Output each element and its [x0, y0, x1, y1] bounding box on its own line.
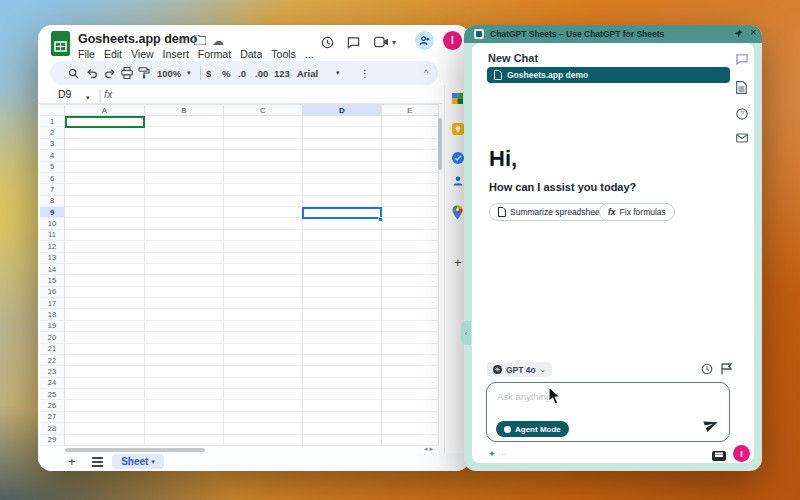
cell-d8[interactable]: [303, 196, 382, 207]
fix-formulas-button[interactable]: fx Fix formulas: [599, 203, 675, 221]
model-selector[interactable]: ✳ GPT 4o ⌄: [487, 362, 552, 377]
row-header-29[interactable]: 29: [40, 435, 65, 446]
cell-c2[interactable]: [224, 127, 303, 138]
cell-d4[interactable]: [303, 150, 382, 161]
cell-b12[interactable]: [145, 241, 224, 252]
cell-e21[interactable]: [382, 344, 439, 355]
menu-item-insert[interactable]: Insert: [163, 48, 189, 60]
row-header-9[interactable]: 9: [40, 207, 65, 218]
cell-c14[interactable]: [224, 264, 303, 275]
cell-c9[interactable]: [224, 207, 303, 218]
cell-d9[interactable]: [303, 207, 382, 218]
cell-a10[interactable]: [65, 218, 145, 229]
cell-b25[interactable]: [145, 389, 224, 400]
cell-c15[interactable]: [224, 275, 303, 286]
cell-d6[interactable]: [303, 173, 382, 184]
increase-decimal-button[interactable]: .00: [255, 65, 268, 81]
cell-c5[interactable]: [224, 162, 303, 173]
cell-a22[interactable]: [65, 355, 145, 366]
row-header-14[interactable]: 14: [40, 264, 65, 275]
comment-icon[interactable]: [347, 36, 360, 49]
currency-format-button[interactable]: $: [206, 65, 211, 81]
cell-e5[interactable]: [382, 162, 439, 173]
document-context-banner[interactable]: Gosheets.app demo: [487, 67, 730, 83]
cell-d25[interactable]: [303, 389, 382, 400]
summarize-spreadsheet-button[interactable]: Summarize spreadsheet: [489, 203, 611, 221]
cell-c28[interactable]: [224, 423, 303, 434]
decrease-decimal-button[interactable]: .0: [238, 65, 246, 81]
cell-b18[interactable]: [145, 309, 224, 320]
cell-c29[interactable]: [224, 435, 303, 446]
row-header-13[interactable]: 13: [40, 253, 65, 264]
cell-c10[interactable]: [224, 218, 303, 229]
number-format-button[interactable]: 123: [274, 65, 290, 81]
cell-e19[interactable]: [382, 321, 439, 332]
cell-a5[interactable]: [65, 162, 145, 173]
row-header-16[interactable]: 16: [40, 287, 65, 298]
cell-b23[interactable]: [145, 366, 224, 377]
column-header-e[interactable]: E: [382, 104, 439, 116]
cell-b5[interactable]: [145, 162, 224, 173]
all-sheets-icon[interactable]: [92, 457, 103, 467]
cell-b4[interactable]: [145, 150, 224, 161]
cell-d10[interactable]: [303, 218, 382, 229]
cell-e6[interactable]: [382, 173, 439, 184]
version-history-icon[interactable]: [321, 36, 334, 49]
menu-item-[interactable]: ...: [305, 48, 314, 60]
cell-b22[interactable]: [145, 355, 224, 366]
cell-d19[interactable]: [303, 321, 382, 332]
cell-a27[interactable]: [65, 412, 145, 423]
cell-d1[interactable]: [303, 116, 382, 127]
horizontal-scrollbar-thumb[interactable]: [65, 448, 205, 452]
cell-e8[interactable]: [382, 196, 439, 207]
meet-camera-icon[interactable]: [374, 36, 389, 48]
scroll-arrows[interactable]: ◂▸: [424, 445, 435, 453]
cell-e10[interactable]: [382, 218, 439, 229]
cell-b8[interactable]: [145, 196, 224, 207]
cell-b11[interactable]: [145, 230, 224, 241]
pin-icon[interactable]: [734, 29, 743, 38]
cell-e28[interactable]: [382, 423, 439, 434]
name-box[interactable]: D9: [58, 88, 71, 100]
cell-e22[interactable]: [382, 355, 439, 366]
cell-b26[interactable]: [145, 400, 224, 411]
cell-d18[interactable]: [303, 309, 382, 320]
cell-b10[interactable]: [145, 218, 224, 229]
gosheets-addon-icon[interactable]: [452, 93, 463, 104]
cell-d22[interactable]: [303, 355, 382, 366]
row-header-2[interactable]: 2: [40, 127, 65, 138]
cell-e16[interactable]: [382, 287, 439, 298]
cell-d27[interactable]: [303, 412, 382, 423]
row-header-5[interactable]: 5: [40, 162, 65, 173]
cell-e3[interactable]: [382, 139, 439, 150]
cell-d7[interactable]: [303, 184, 382, 195]
cell-b24[interactable]: [145, 378, 224, 389]
vertical-scrollbar[interactable]: [438, 118, 442, 170]
row-header-24[interactable]: 24: [40, 378, 65, 389]
row-header-12[interactable]: 12: [40, 241, 65, 252]
column-header-b[interactable]: B: [145, 104, 224, 116]
sheet-tab[interactable]: Sheet ▾: [112, 454, 164, 469]
cell-d28[interactable]: [303, 423, 382, 434]
chatgpt-user-avatar[interactable]: I: [733, 445, 750, 462]
agent-mode-toggle[interactable]: Agent Mode: [496, 421, 569, 437]
cell-b20[interactable]: [145, 332, 224, 343]
cell-a2[interactable]: [65, 127, 145, 138]
cell-a19[interactable]: [65, 321, 145, 332]
cell-c18[interactable]: [224, 309, 303, 320]
user-avatar[interactable]: I: [443, 31, 462, 50]
cell-c21[interactable]: [224, 344, 303, 355]
cell-c20[interactable]: [224, 332, 303, 343]
column-header-a[interactable]: A: [65, 104, 145, 116]
cell-e9[interactable]: [382, 207, 439, 218]
cell-c12[interactable]: [224, 241, 303, 252]
undo-icon[interactable]: [86, 65, 98, 81]
cell-a4[interactable]: [65, 150, 145, 161]
keep-icon[interactable]: [452, 123, 464, 135]
cell-d23[interactable]: [303, 366, 382, 377]
cell-b9[interactable]: [145, 207, 224, 218]
row-header-23[interactable]: 23: [40, 366, 65, 377]
cell-e4[interactable]: [382, 150, 439, 161]
star-icon[interactable]: ☆: [178, 34, 188, 47]
cell-a6[interactable]: [65, 173, 145, 184]
